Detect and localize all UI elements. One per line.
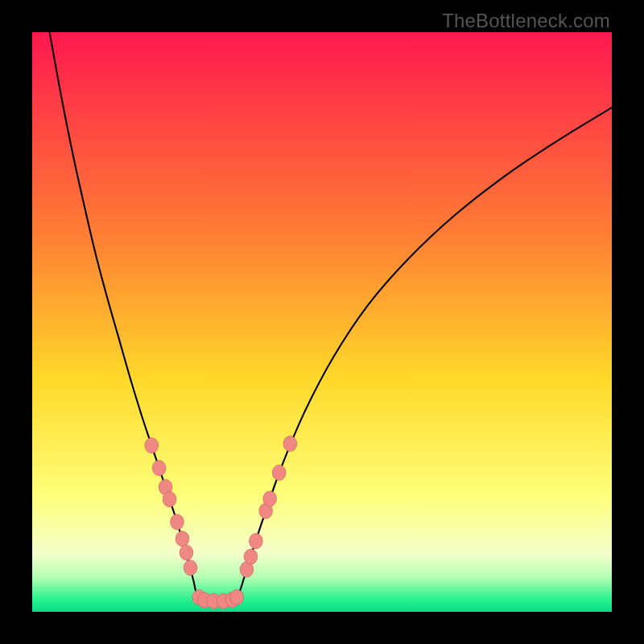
data-marker bbox=[283, 436, 297, 452]
watermark-text: TheBottleneck.com bbox=[442, 10, 610, 32]
data-marker bbox=[145, 438, 159, 453]
chart-frame: TheBottleneck.com bbox=[0, 0, 644, 644]
data-marker bbox=[152, 460, 166, 476]
data-marker bbox=[263, 491, 277, 506]
data-marker bbox=[180, 545, 193, 560]
marker-group bbox=[145, 436, 297, 609]
data-marker bbox=[163, 492, 176, 507]
data-marker bbox=[171, 514, 184, 530]
data-marker bbox=[250, 534, 263, 549]
data-marker bbox=[272, 465, 286, 481]
data-marker bbox=[175, 531, 189, 547]
curve-layer bbox=[32, 32, 612, 612]
data-marker bbox=[244, 549, 258, 564]
data-marker bbox=[230, 589, 244, 605]
plot-area bbox=[32, 32, 612, 612]
v-curve bbox=[50, 32, 612, 601]
data-marker bbox=[184, 560, 197, 576]
